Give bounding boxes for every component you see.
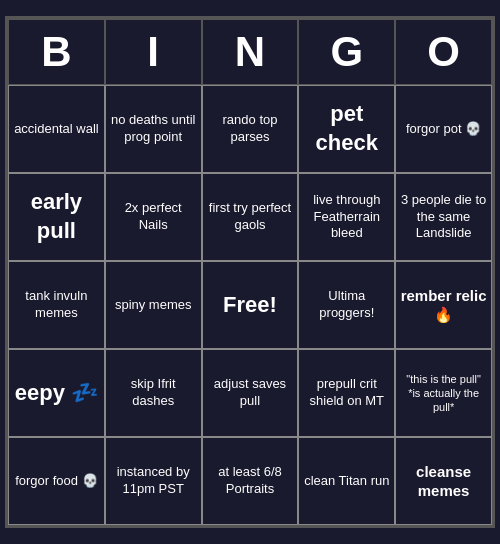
- bingo-grid: accidental wallno deaths until prog poin…: [8, 85, 492, 525]
- bingo-cell: tank invuln memes: [8, 261, 105, 349]
- bingo-cell: clean Titan run: [298, 437, 395, 525]
- cell-text: early pull: [13, 188, 100, 245]
- bingo-cell: rember relic 🔥: [395, 261, 492, 349]
- bingo-cell: Ultima proggers!: [298, 261, 395, 349]
- bingo-cell: rando top parses: [202, 85, 299, 173]
- bingo-cell: adjust saves pull: [202, 349, 299, 437]
- bingo-cell: accidental wall: [8, 85, 105, 173]
- bingo-cell: forgor pot 💀: [395, 85, 492, 173]
- bingo-cell: spiny memes: [105, 261, 202, 349]
- bingo-cell: instanced by 11pm PST: [105, 437, 202, 525]
- cell-text: pet check: [303, 100, 390, 157]
- bingo-cell: early pull: [8, 173, 105, 261]
- bingo-card: BINGO accidental wallno deaths until pro…: [5, 16, 495, 528]
- bingo-letter: O: [395, 19, 492, 85]
- cell-text: rember relic 🔥: [400, 286, 487, 325]
- bingo-cell: skip Ifrit dashes: [105, 349, 202, 437]
- bingo-cell: prepull crit shield on MT: [298, 349, 395, 437]
- bingo-letter: I: [105, 19, 202, 85]
- bingo-cell: "this is the pull" *is actually the pull…: [395, 349, 492, 437]
- bingo-cell: 2x perfect Nails: [105, 173, 202, 261]
- bingo-cell: 3 people die to the same Landslide: [395, 173, 492, 261]
- bingo-header: BINGO: [8, 19, 492, 85]
- bingo-cell: eepy 💤: [8, 349, 105, 437]
- bingo-cell: forgor food 💀: [8, 437, 105, 525]
- cell-text: eepy 💤: [15, 379, 98, 408]
- bingo-letter: G: [298, 19, 395, 85]
- bingo-letter: B: [8, 19, 105, 85]
- bingo-cell: Free!: [202, 261, 299, 349]
- bingo-cell: pet check: [298, 85, 395, 173]
- bingo-cell: first try perfect gaols: [202, 173, 299, 261]
- bingo-cell: live through Featherrain bleed: [298, 173, 395, 261]
- bingo-cell: cleanse memes: [395, 437, 492, 525]
- bingo-cell: no deaths until prog point: [105, 85, 202, 173]
- cell-text: cleanse memes: [400, 462, 487, 501]
- bingo-cell: at least 6/8 Portraits: [202, 437, 299, 525]
- bingo-letter: N: [202, 19, 299, 85]
